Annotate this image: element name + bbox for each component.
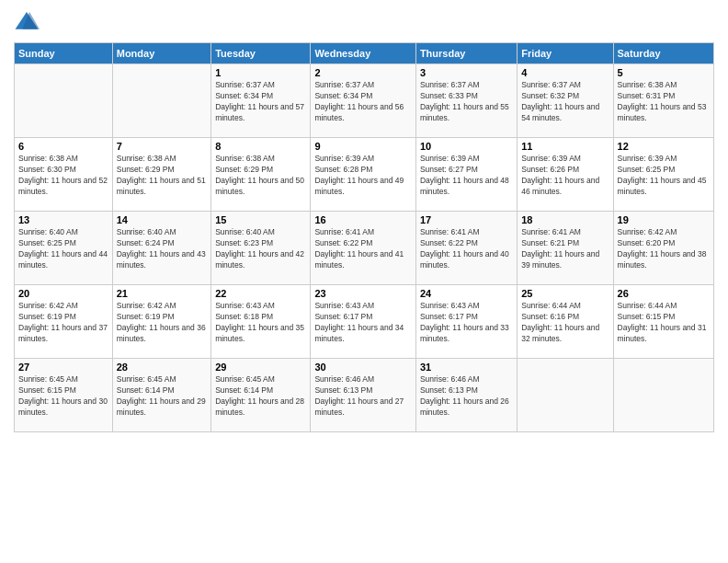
calendar-cell: 11Sunrise: 6:39 AMSunset: 6:26 PMDayligh…	[518, 138, 613, 212]
day-number: 21	[117, 288, 207, 299]
calendar-cell: 23Sunrise: 6:43 AMSunset: 6:17 PMDayligh…	[311, 285, 416, 359]
col-header-monday: Monday	[112, 43, 210, 64]
day-info: Sunrise: 6:40 AMSunset: 6:23 PMDaylight:…	[215, 227, 306, 271]
calendar-cell: 26Sunrise: 6:44 AMSunset: 6:15 PMDayligh…	[613, 285, 713, 359]
calendar-cell	[15, 64, 113, 138]
day-info: Sunrise: 6:39 AMSunset: 6:28 PMDaylight:…	[314, 154, 412, 198]
calendar-cell: 18Sunrise: 6:41 AMSunset: 6:21 PMDayligh…	[518, 212, 613, 285]
col-header-saturday: Saturday	[613, 43, 713, 64]
calendar-cell: 10Sunrise: 6:39 AMSunset: 6:27 PMDayligh…	[415, 138, 517, 212]
calendar-cell: 8Sunrise: 6:38 AMSunset: 6:29 PMDaylight…	[211, 138, 311, 212]
calendar-cell: 5Sunrise: 6:38 AMSunset: 6:31 PMDaylight…	[613, 64, 713, 138]
calendar-cell: 6Sunrise: 6:38 AMSunset: 6:30 PMDaylight…	[15, 138, 113, 212]
day-number: 2	[314, 67, 412, 78]
calendar-cell: 27Sunrise: 6:45 AMSunset: 6:15 PMDayligh…	[15, 359, 113, 432]
day-number: 7	[117, 141, 207, 152]
calendar-cell: 7Sunrise: 6:38 AMSunset: 6:29 PMDaylight…	[112, 138, 210, 212]
day-info: Sunrise: 6:39 AMSunset: 6:25 PMDaylight:…	[618, 154, 710, 198]
day-info: Sunrise: 6:45 AMSunset: 6:14 PMDaylight:…	[215, 374, 306, 419]
day-number: 23	[314, 288, 412, 299]
calendar-cell: 15Sunrise: 6:40 AMSunset: 6:23 PMDayligh…	[211, 212, 311, 285]
calendar-cell: 4Sunrise: 6:37 AMSunset: 6:32 PMDaylight…	[518, 64, 613, 138]
day-info: Sunrise: 6:39 AMSunset: 6:27 PMDaylight:…	[420, 154, 513, 198]
day-info: Sunrise: 6:38 AMSunset: 6:31 PMDaylight:…	[618, 80, 710, 124]
day-number: 22	[215, 288, 306, 299]
day-info: Sunrise: 6:46 AMSunset: 6:13 PMDaylight:…	[314, 374, 412, 419]
day-info: Sunrise: 6:37 AMSunset: 6:34 PMDaylight:…	[314, 80, 412, 124]
day-info: Sunrise: 6:45 AMSunset: 6:14 PMDaylight:…	[117, 374, 207, 419]
page: SundayMondayTuesdayWednesdayThursdayFrid…	[0, 0, 728, 563]
calendar-cell: 20Sunrise: 6:42 AMSunset: 6:19 PMDayligh…	[15, 285, 113, 359]
day-info: Sunrise: 6:42 AMSunset: 6:20 PMDaylight:…	[618, 227, 710, 271]
calendar-cell: 13Sunrise: 6:40 AMSunset: 6:25 PMDayligh…	[15, 212, 113, 285]
col-header-tuesday: Tuesday	[211, 43, 311, 64]
day-number: 16	[314, 214, 412, 225]
day-info: Sunrise: 6:42 AMSunset: 6:19 PMDaylight:…	[117, 301, 207, 345]
day-number: 29	[215, 362, 306, 373]
day-info: Sunrise: 6:41 AMSunset: 6:21 PMDaylight:…	[521, 227, 609, 271]
day-number: 20	[18, 288, 108, 299]
calendar-cell: 16Sunrise: 6:41 AMSunset: 6:22 PMDayligh…	[311, 212, 416, 285]
logo	[14, 9, 43, 35]
day-number: 26	[618, 288, 710, 299]
week-row-3: 20Sunrise: 6:42 AMSunset: 6:19 PMDayligh…	[15, 285, 714, 359]
day-number: 17	[420, 214, 513, 225]
week-row-1: 6Sunrise: 6:38 AMSunset: 6:30 PMDaylight…	[15, 138, 714, 212]
day-info: Sunrise: 6:38 AMSunset: 6:30 PMDaylight:…	[18, 154, 108, 198]
calendar-cell	[613, 359, 713, 432]
calendar-cell: 12Sunrise: 6:39 AMSunset: 6:25 PMDayligh…	[613, 138, 713, 212]
day-number: 27	[18, 362, 108, 373]
calendar-cell: 22Sunrise: 6:43 AMSunset: 6:18 PMDayligh…	[211, 285, 311, 359]
day-info: Sunrise: 6:41 AMSunset: 6:22 PMDaylight:…	[420, 227, 513, 271]
calendar-cell: 31Sunrise: 6:46 AMSunset: 6:13 PMDayligh…	[415, 359, 517, 432]
day-number: 18	[521, 214, 609, 225]
day-info: Sunrise: 6:38 AMSunset: 6:29 PMDaylight:…	[215, 154, 306, 198]
day-info: Sunrise: 6:37 AMSunset: 6:34 PMDaylight:…	[215, 80, 306, 124]
calendar-cell: 19Sunrise: 6:42 AMSunset: 6:20 PMDayligh…	[613, 212, 713, 285]
calendar-cell: 25Sunrise: 6:44 AMSunset: 6:16 PMDayligh…	[518, 285, 613, 359]
calendar-cell	[518, 359, 613, 432]
calendar-cell: 21Sunrise: 6:42 AMSunset: 6:19 PMDayligh…	[112, 285, 210, 359]
day-number: 6	[18, 141, 108, 152]
day-info: Sunrise: 6:45 AMSunset: 6:15 PMDaylight:…	[18, 374, 108, 419]
calendar-cell: 30Sunrise: 6:46 AMSunset: 6:13 PMDayligh…	[311, 359, 416, 432]
col-header-friday: Friday	[518, 43, 613, 64]
day-number: 1	[215, 67, 306, 78]
day-info: Sunrise: 6:46 AMSunset: 6:13 PMDaylight:…	[420, 374, 513, 419]
day-number: 9	[314, 141, 412, 152]
day-number: 13	[18, 214, 108, 225]
day-number: 25	[521, 288, 609, 299]
day-info: Sunrise: 6:37 AMSunset: 6:33 PMDaylight:…	[420, 80, 513, 124]
calendar-cell: 14Sunrise: 6:40 AMSunset: 6:24 PMDayligh…	[112, 212, 210, 285]
day-number: 12	[618, 141, 710, 152]
day-info: Sunrise: 6:44 AMSunset: 6:15 PMDaylight:…	[618, 301, 710, 345]
day-info: Sunrise: 6:40 AMSunset: 6:25 PMDaylight:…	[18, 227, 108, 271]
calendar-cell: 2Sunrise: 6:37 AMSunset: 6:34 PMDaylight…	[311, 64, 416, 138]
day-info: Sunrise: 6:43 AMSunset: 6:18 PMDaylight:…	[215, 301, 306, 345]
day-info: Sunrise: 6:37 AMSunset: 6:32 PMDaylight:…	[521, 80, 609, 124]
calendar-cell: 1Sunrise: 6:37 AMSunset: 6:34 PMDaylight…	[211, 64, 311, 138]
calendar-cell: 17Sunrise: 6:41 AMSunset: 6:22 PMDayligh…	[415, 212, 517, 285]
day-info: Sunrise: 6:42 AMSunset: 6:19 PMDaylight:…	[18, 301, 108, 345]
day-number: 3	[420, 67, 513, 78]
header	[14, 9, 714, 35]
day-info: Sunrise: 6:38 AMSunset: 6:29 PMDaylight:…	[117, 154, 207, 198]
day-number: 5	[618, 67, 710, 78]
day-number: 31	[420, 362, 513, 373]
day-info: Sunrise: 6:40 AMSunset: 6:24 PMDaylight:…	[117, 227, 207, 271]
week-row-2: 13Sunrise: 6:40 AMSunset: 6:25 PMDayligh…	[15, 212, 714, 285]
day-number: 8	[215, 141, 306, 152]
col-header-sunday: Sunday	[15, 43, 113, 64]
calendar-cell	[112, 64, 210, 138]
day-number: 28	[117, 362, 207, 373]
calendar-header-row: SundayMondayTuesdayWednesdayThursdayFrid…	[15, 43, 714, 64]
logo-icon	[14, 9, 40, 35]
day-number: 4	[521, 67, 609, 78]
week-row-4: 27Sunrise: 6:45 AMSunset: 6:15 PMDayligh…	[15, 359, 714, 432]
day-info: Sunrise: 6:44 AMSunset: 6:16 PMDaylight:…	[521, 301, 609, 345]
week-row-0: 1Sunrise: 6:37 AMSunset: 6:34 PMDaylight…	[15, 64, 714, 138]
calendar-cell: 28Sunrise: 6:45 AMSunset: 6:14 PMDayligh…	[112, 359, 210, 432]
calendar-cell: 9Sunrise: 6:39 AMSunset: 6:28 PMDaylight…	[311, 138, 416, 212]
day-info: Sunrise: 6:43 AMSunset: 6:17 PMDaylight:…	[314, 301, 412, 345]
day-number: 14	[117, 214, 207, 225]
